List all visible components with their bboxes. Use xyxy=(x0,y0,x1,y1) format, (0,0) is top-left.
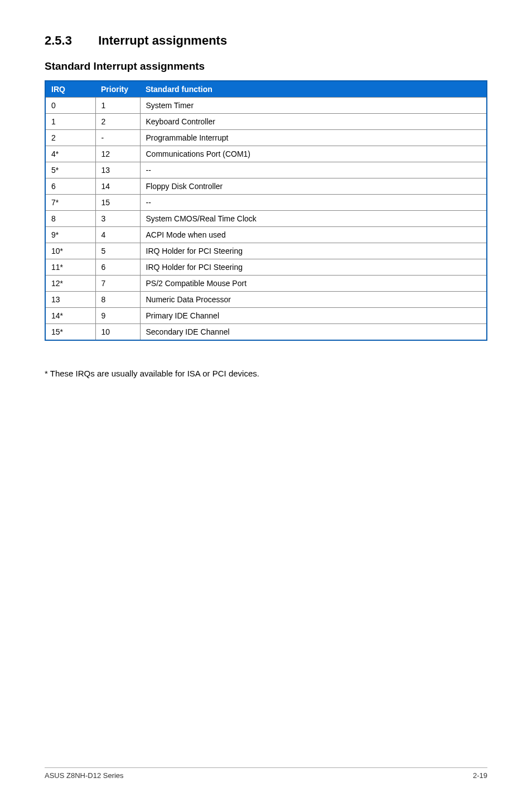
cell-function: Floppy Disk Controller xyxy=(140,178,487,195)
cell-priority: 2 xyxy=(95,114,140,130)
cell-function: System CMOS/Real Time Clock xyxy=(140,211,487,227)
cell-function: Primary IDE Channel xyxy=(140,308,487,324)
cell-priority: 15 xyxy=(95,195,140,211)
cell-priority: 4 xyxy=(95,227,140,243)
cell-function: Programmable Interrupt xyxy=(140,130,487,146)
cell-priority: 6 xyxy=(95,259,140,276)
cell-irq: 10* xyxy=(45,243,95,259)
cell-function: Numeric Data Processor xyxy=(140,292,487,308)
cell-priority: 7 xyxy=(95,276,140,292)
cell-irq: 7* xyxy=(45,195,95,211)
cell-priority: 9 xyxy=(95,308,140,324)
cell-function: Secondary IDE Channel xyxy=(140,324,487,341)
cell-irq: 13 xyxy=(45,292,95,308)
table-row: 11*6IRQ Holder for PCI Steering xyxy=(45,259,487,276)
section-number: 2.5.3 xyxy=(45,33,95,48)
cell-function: PS/2 Compatible Mouse Port xyxy=(140,276,487,292)
cell-priority: 14 xyxy=(95,178,140,195)
cell-irq: 15* xyxy=(45,324,95,341)
cell-irq: 5* xyxy=(45,162,95,178)
header-priority: Priority xyxy=(95,81,140,98)
table-row: 4*12Communications Port (COM1) xyxy=(45,146,487,162)
cell-priority: 1 xyxy=(95,98,140,114)
cell-function: Keyboard Controller xyxy=(140,114,487,130)
table-row: 5*13-- xyxy=(45,162,487,178)
cell-function: System Timer xyxy=(140,98,487,114)
header-function: Standard function xyxy=(140,81,487,98)
table-row: 7*15-- xyxy=(45,195,487,211)
table-row: 83System CMOS/Real Time Clock xyxy=(45,211,487,227)
cell-irq: 12* xyxy=(45,276,95,292)
footer-left: ASUS Z8NH-D12 Series xyxy=(45,771,124,780)
page-footer: ASUS Z8NH-D12 Series 2-19 xyxy=(45,767,487,780)
cell-function: -- xyxy=(140,195,487,211)
table-row: 10*5IRQ Holder for PCI Steering xyxy=(45,243,487,259)
cell-irq: 4* xyxy=(45,146,95,162)
cell-priority: 12 xyxy=(95,146,140,162)
irq-table: IRQ Priority Standard function 01System … xyxy=(45,80,487,341)
section-heading: 2.5.3 Interrupt assignments xyxy=(45,33,487,48)
cell-function: IRQ Holder for PCI Steering xyxy=(140,259,487,276)
cell-irq: 2 xyxy=(45,130,95,146)
header-irq: IRQ xyxy=(45,81,95,98)
cell-priority: 5 xyxy=(95,243,140,259)
cell-irq: 1 xyxy=(45,114,95,130)
cell-function: ACPI Mode when used xyxy=(140,227,487,243)
table-row: 15*10Secondary IDE Channel xyxy=(45,324,487,341)
table-row: 01System Timer xyxy=(45,98,487,114)
table-row: 12Keyboard Controller xyxy=(45,114,487,130)
section-title: Interrupt assignments xyxy=(98,33,227,47)
table-row: 14*9Primary IDE Channel xyxy=(45,308,487,324)
cell-priority: 13 xyxy=(95,162,140,178)
table-row: 2-Programmable Interrupt xyxy=(45,130,487,146)
cell-priority: 3 xyxy=(95,211,140,227)
cell-irq: 8 xyxy=(45,211,95,227)
table-row: 614Floppy Disk Controller xyxy=(45,178,487,195)
table-row: 9*4ACPI Mode when used xyxy=(45,227,487,243)
cell-irq: 0 xyxy=(45,98,95,114)
cell-irq: 14* xyxy=(45,308,95,324)
cell-function: -- xyxy=(140,162,487,178)
cell-irq: 11* xyxy=(45,259,95,276)
table-row: 138Numeric Data Processor xyxy=(45,292,487,308)
cell-priority: - xyxy=(95,130,140,146)
cell-function: IRQ Holder for PCI Steering xyxy=(140,243,487,259)
cell-function: Communications Port (COM1) xyxy=(140,146,487,162)
table-header-row: IRQ Priority Standard function xyxy=(45,81,487,98)
footer-right: 2-19 xyxy=(473,771,487,780)
footnote: * These IRQs are usually available for I… xyxy=(45,369,487,378)
sub-heading: Standard Interrupt assignments xyxy=(45,60,487,73)
cell-priority: 8 xyxy=(95,292,140,308)
cell-irq: 6 xyxy=(45,178,95,195)
cell-priority: 10 xyxy=(95,324,140,341)
cell-irq: 9* xyxy=(45,227,95,243)
table-row: 12*7PS/2 Compatible Mouse Port xyxy=(45,276,487,292)
